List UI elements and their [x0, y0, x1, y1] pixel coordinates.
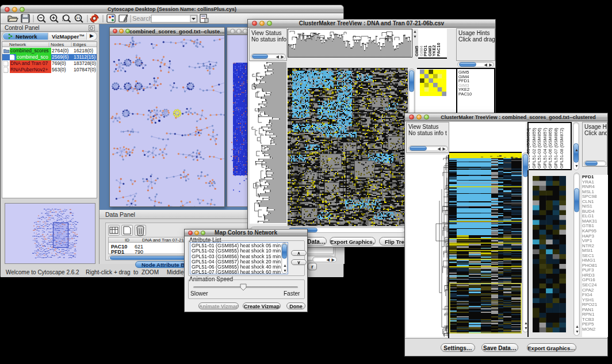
svg-text:1:1: 1:1: [76, 16, 80, 20]
svg-text:Search:: Search:: [132, 15, 154, 22]
